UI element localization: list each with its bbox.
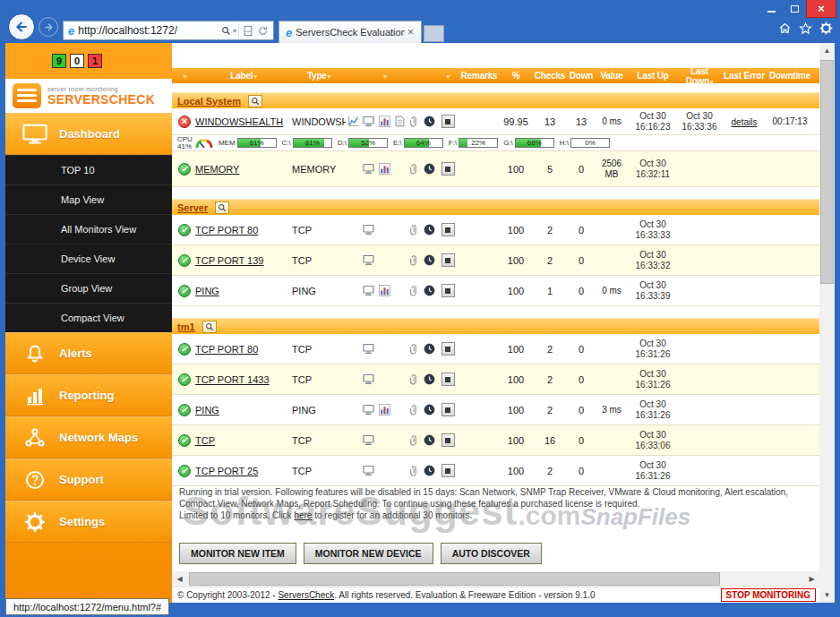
home-icon[interactable] — [778, 21, 792, 35]
tab-serverscheck[interactable]: e ServersCheck Evaluation & ... × — [279, 21, 422, 43]
group-link[interactable]: tm1 — [177, 321, 195, 332]
stop-monitoring-button[interactable]: STOP MONITORING — [721, 588, 816, 602]
device-monitor-icon[interactable] — [363, 373, 374, 385]
search-icon[interactable] — [221, 26, 231, 36]
header-status[interactable]: ▾ — [174, 71, 195, 81]
sidebar-item-dashboard[interactable]: Dashboard — [5, 113, 172, 155]
group-link[interactable]: Local System — [177, 96, 241, 107]
sidebar-item-alerts[interactable]: Alerts — [5, 332, 172, 374]
group-link[interactable]: Server — [177, 202, 208, 213]
header-last-down[interactable]: Last Down▾ — [677, 66, 722, 86]
pause-monitor-button[interactable] — [441, 342, 455, 356]
header-percent[interactable]: % — [500, 71, 532, 81]
history-clock-icon[interactable] — [424, 254, 435, 266]
scroll-right-button[interactable]: ▶ — [804, 571, 819, 587]
device-monitor-icon[interactable] — [363, 254, 374, 266]
history-clock-icon[interactable] — [424, 343, 435, 355]
device-monitor-icon[interactable] — [363, 434, 374, 446]
history-clock-icon[interactable] — [424, 116, 435, 127]
monitor-link[interactable]: TCP PORT 80 — [195, 344, 258, 355]
register-here-link[interactable]: here — [294, 510, 312, 520]
history-clock-icon[interactable] — [424, 224, 435, 236]
hscroll-track[interactable] — [187, 571, 804, 587]
report-doc-icon[interactable] — [394, 116, 406, 127]
details-link[interactable]: details — [732, 117, 758, 127]
tab-close-icon[interactable]: × — [405, 26, 416, 39]
close-button[interactable]: × — [806, 0, 836, 18]
attachment-icon[interactable] — [408, 465, 420, 476]
attachment-icon[interactable] — [408, 404, 420, 416]
sidebar-item-all-monitors-view[interactable]: All Monitors View — [5, 214, 172, 244]
chart-icon[interactable] — [379, 285, 390, 296]
attachment-icon[interactable] — [408, 434, 420, 446]
hscroll-thumb[interactable] — [189, 572, 720, 586]
pause-monitor-button[interactable] — [441, 403, 455, 416]
attachment-icon[interactable] — [408, 116, 420, 127]
attachment-icon[interactable] — [408, 343, 420, 355]
monitor-link[interactable]: TCP PORT 80 — [195, 225, 258, 236]
device-monitor-icon[interactable] — [363, 163, 374, 175]
group-search-button[interactable] — [215, 201, 229, 214]
sidebar-item-compact-view[interactable]: Compact View — [5, 303, 172, 332]
compatibility-icon[interactable] — [243, 25, 253, 37]
attachment-icon[interactable] — [408, 373, 420, 385]
pause-monitor-button[interactable] — [441, 115, 455, 128]
scroll-left-button[interactable]: ◀ — [172, 571, 187, 587]
monitor-link[interactable]: PING — [195, 405, 219, 416]
pause-monitor-button[interactable] — [441, 162, 455, 176]
sidebar-item-device-view[interactable]: Device View — [5, 244, 172, 273]
pause-monitor-button[interactable] — [441, 284, 455, 297]
pause-monitor-button[interactable] — [441, 433, 455, 447]
attachment-icon[interactable] — [408, 285, 420, 296]
pause-monitor-button[interactable] — [441, 373, 455, 386]
vscroll-track[interactable] — [819, 58, 835, 587]
header-value[interactable]: Value — [595, 71, 629, 81]
history-clock-icon[interactable] — [424, 285, 435, 296]
sidebar-item-settings[interactable]: Settings — [5, 501, 172, 543]
header-sort[interactable]: ▾ — [377, 71, 392, 81]
minimize-button[interactable] — [759, 0, 783, 18]
monitor-link[interactable]: TCP PORT 139 — [195, 255, 263, 266]
attachment-icon[interactable] — [408, 163, 420, 175]
back-button[interactable] — [8, 13, 35, 40]
sidebar-item-group-view[interactable]: Group View — [5, 273, 172, 303]
history-clock-icon[interactable] — [424, 373, 435, 385]
title-bar[interactable]: × — [0, 0, 840, 20]
header-type[interactable]: Type▾ — [292, 71, 346, 81]
pause-monitor-button[interactable] — [441, 223, 455, 236]
header-label[interactable]: Label▾ — [195, 71, 292, 81]
scroll-down-button[interactable]: ▼ — [819, 587, 835, 603]
header-down[interactable]: Down — [568, 71, 595, 81]
device-monitor-icon[interactable] — [363, 285, 374, 296]
monitor-link[interactable]: TCP — [195, 435, 215, 446]
monitor-new-device-button[interactable]: MONITOR NEW DEVICE — [304, 543, 433, 564]
forward-button[interactable] — [39, 17, 58, 37]
monitor-link[interactable]: WINDOWSHEALTH — [195, 116, 283, 127]
serverscheck-link[interactable]: ServersCheck — [278, 590, 334, 600]
sidebar-item-top10[interactable]: TOP 10 — [5, 155, 172, 184]
history-clock-icon[interactable] — [424, 404, 435, 416]
history-clock-icon[interactable] — [424, 465, 435, 476]
chart-icon[interactable] — [379, 116, 390, 127]
monitor-link[interactable]: MEMORY — [195, 164, 239, 175]
chart-icon[interactable] — [379, 163, 390, 175]
device-monitor-icon[interactable] — [363, 224, 374, 236]
device-monitor-icon[interactable] — [363, 116, 374, 127]
url-text[interactable]: http://localhost:1272/ — [78, 24, 219, 37]
new-tab-button[interactable] — [424, 25, 444, 42]
sidebar-item-map-view[interactable]: Map View — [5, 184, 172, 214]
settings-gear-icon[interactable] — [819, 21, 833, 35]
auto-discover-button[interactable]: AUTO DISCOVER — [441, 543, 542, 564]
autocomplete-caret-icon[interactable]: ▾ — [233, 27, 236, 35]
history-clock-icon[interactable] — [424, 434, 435, 446]
history-clock-icon[interactable] — [424, 163, 435, 175]
address-bar[interactable]: e http://localhost:1272/ ▾ — [63, 21, 274, 40]
vscroll-thumb[interactable] — [820, 60, 834, 284]
monitor-link[interactable]: TCP PORT 1433 — [195, 374, 270, 385]
favorites-star-icon[interactable] — [799, 21, 812, 35]
header-last-error[interactable]: Last Error — [722, 71, 767, 81]
pause-monitor-button[interactable] — [441, 253, 455, 267]
device-monitor-icon[interactable] — [363, 343, 374, 355]
header-checks[interactable]: Checks — [532, 71, 568, 81]
header-sort[interactable]: ▾ — [437, 71, 459, 81]
